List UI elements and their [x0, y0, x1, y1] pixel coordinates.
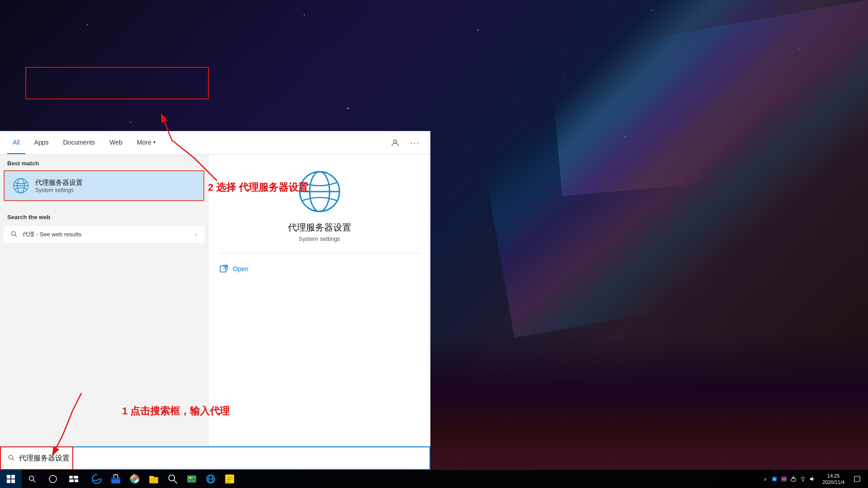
svg-line-30 [174, 480, 177, 483]
web-search-text: 代理 - See web results [23, 230, 195, 239]
svg-marker-48 [810, 477, 813, 481]
systray-volume-icon[interactable] [808, 470, 817, 488]
taskbar-notification-button[interactable] [850, 470, 864, 488]
svg-line-5 [15, 235, 17, 237]
tab-all[interactable]: All [7, 131, 25, 154]
search-tabs: All Apps Documents Web More ▾ [0, 131, 430, 155]
svg-point-11 [9, 455, 13, 459]
search-input-field[interactable] [19, 454, 422, 462]
systray-network-icon[interactable] [789, 470, 798, 488]
search-input-bar[interactable] [0, 446, 430, 470]
taskbar-ie-icon[interactable] [202, 470, 220, 488]
tab-documents[interactable]: Documents [57, 131, 100, 154]
search-content: Best match 代理服务器设置 System settings [0, 155, 430, 470]
systray-wifi-icon[interactable] [798, 470, 807, 488]
detail-type: System settings [299, 235, 340, 242]
open-icon [219, 264, 228, 273]
svg-rect-23 [111, 478, 120, 479]
svg-rect-19 [74, 476, 78, 479]
windows-logo-icon [7, 475, 15, 483]
svg-rect-36 [225, 474, 234, 483]
taskbar-edge-icon[interactable] [88, 470, 106, 488]
cortana-icon [48, 474, 57, 483]
svg-rect-21 [75, 479, 78, 482]
systray-visual-studio-icon[interactable]: VS [779, 470, 788, 488]
svg-rect-28 [149, 476, 154, 478]
open-action[interactable]: Open [219, 261, 420, 277]
search-icon [28, 475, 36, 483]
svg-point-4 [11, 231, 15, 235]
detail-name: 代理服务器设置 [288, 221, 351, 234]
best-match-item[interactable]: 代理服务器设置 System settings [4, 170, 204, 201]
taskbar-search-app-icon[interactable] [164, 470, 182, 488]
taskbar-file-explorer-icon[interactable] [145, 470, 163, 488]
web-search-item[interactable]: 代理 - See web results › [4, 226, 204, 243]
svg-point-0 [393, 140, 396, 143]
tab-more[interactable]: More ▾ [132, 131, 161, 154]
annotation-step2: 2 选择 代理服务器设置 [208, 181, 308, 194]
best-match-globe-icon [12, 177, 30, 195]
taskbar-chrome-icon[interactable] [126, 470, 144, 488]
svg-point-15 [29, 476, 34, 481]
search-input-icon [8, 455, 14, 462]
taskbar-cortana-button[interactable] [42, 470, 63, 488]
more-options-button[interactable]: ··· [407, 135, 423, 151]
search-tab-actions: ··· [387, 135, 423, 151]
best-match-name: 代理服务器设置 [35, 178, 83, 187]
svg-rect-49 [854, 476, 860, 482]
taskbar-apps [84, 470, 760, 488]
taskbar-photo-viewer-icon[interactable] [183, 470, 201, 488]
search-right-panel: 代理服务器设置 System settings Open [208, 155, 430, 470]
start-button[interactable] [0, 470, 22, 488]
annotation-step1: 1 点击搜索框，输入代理 [122, 404, 230, 418]
search-icon [11, 231, 18, 238]
user-icon-button[interactable] [387, 135, 403, 151]
notification-icon [854, 476, 860, 482]
taskbar-sticky-notes-icon[interactable] [221, 470, 239, 488]
detail-divider [219, 253, 420, 253]
taskbar-taskview-button[interactable] [63, 470, 84, 488]
systray-chevron-icon[interactable]: ∧ [760, 470, 769, 488]
best-match-info: 代理服务器设置 System settings [35, 178, 83, 193]
svg-line-12 [12, 459, 14, 460]
taskbar: ∧ W VS [0, 470, 868, 488]
taskbar-search-button[interactable] [22, 470, 42, 488]
svg-point-29 [169, 475, 175, 481]
svg-text:W: W [773, 478, 776, 481]
taskbar-clock[interactable]: 14:25 2020/11/4 [819, 470, 848, 488]
taskbar-store-icon[interactable] [107, 470, 125, 488]
taskbar-right: ∧ W VS [760, 470, 868, 488]
search-left-panel: Best match 代理服务器设置 System settings [0, 155, 208, 470]
svg-rect-20 [69, 479, 74, 482]
svg-point-17 [49, 475, 57, 483]
best-match-type: System settings [35, 187, 83, 193]
svg-point-47 [802, 480, 803, 481]
systray: ∧ W VS [760, 470, 817, 488]
tab-web[interactable]: Web [104, 131, 128, 154]
chevron-down-icon: ▾ [153, 140, 156, 145]
svg-rect-18 [69, 476, 73, 479]
chevron-right-icon: › [195, 231, 197, 238]
systray-virus-icon[interactable]: W [770, 470, 779, 488]
task-view-icon [69, 476, 78, 482]
web-search-title: Search the web [0, 208, 208, 224]
svg-point-26 [133, 477, 137, 481]
best-match-title: Best match [0, 155, 208, 170]
tab-apps[interactable]: Apps [29, 131, 54, 154]
search-tab-list: All Apps Documents Web More ▾ [7, 131, 161, 154]
svg-rect-44 [791, 479, 796, 481]
svg-line-16 [33, 480, 36, 483]
svg-text:VS: VS [782, 477, 787, 481]
